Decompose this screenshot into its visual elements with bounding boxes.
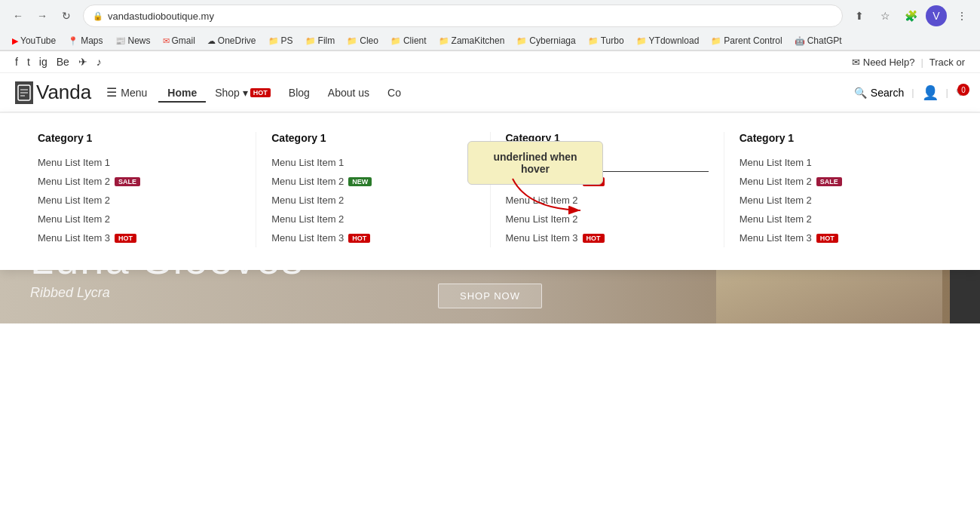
back-button[interactable]: ← bbox=[8, 5, 29, 26]
item-label: Menu List Item 3 bbox=[740, 232, 812, 244]
menu-label: Menu bbox=[121, 87, 147, 99]
item-label: Menu List Item 2 bbox=[271, 195, 344, 206]
bookmark-cyberniaga-label: Cyberniaga bbox=[529, 35, 575, 46]
list-item[interactable]: Menu List Item 2 bbox=[271, 191, 474, 210]
bookmark-onedrive[interactable]: ☁ OneDrive bbox=[203, 34, 261, 48]
bookmark-news-label: News bbox=[128, 35, 151, 46]
list-item[interactable]: Menu List Item 3 HOT bbox=[740, 228, 942, 247]
list-item[interactable]: Menu List Item 2 bbox=[38, 191, 240, 210]
share-icon[interactable]: ⬆ bbox=[849, 5, 870, 26]
ps-icon: 📁 bbox=[268, 36, 279, 46]
help-link[interactable]: ✉ Need Help? bbox=[852, 57, 915, 68]
extensions-icon[interactable]: 🧩 bbox=[900, 5, 921, 26]
nav-link-shop[interactable]: Shop ▾ HOT bbox=[206, 83, 280, 103]
item-label: Menu List Item 3 bbox=[271, 232, 344, 244]
telegram-icon[interactable]: ✈ bbox=[78, 56, 87, 68]
address-bar[interactable]: 🔒 vandastudioboutique.my bbox=[83, 5, 843, 27]
shop-now-button[interactable]: SHOP NOW bbox=[438, 284, 542, 308]
turbo-icon: 📁 bbox=[588, 36, 599, 46]
bookmark-youtube[interactable]: ▶ YouTube bbox=[8, 34, 60, 48]
list-item[interactable]: Menu List Item 2 bbox=[740, 210, 942, 228]
nav-link-co[interactable]: Co bbox=[378, 83, 410, 103]
item-label: Menu List Item 3 bbox=[38, 232, 110, 244]
bookmark-chatgpt[interactable]: 🤖 ChatGPt bbox=[790, 34, 847, 48]
logo-area[interactable]: Vanda bbox=[15, 81, 91, 104]
bookmark-cyberniaga[interactable]: 📁 Cyberniaga bbox=[512, 34, 580, 48]
callout-tooltip: underlined when hover bbox=[467, 141, 603, 185]
item-label: Menu List Item 2 bbox=[38, 176, 110, 187]
bookmark-gmail-label: Gmail bbox=[172, 35, 195, 46]
list-item[interactable]: Menu List Item 3 HOT bbox=[271, 228, 474, 247]
tiktok-icon[interactable]: ♪ bbox=[96, 56, 102, 68]
nav-divider1: | bbox=[911, 87, 914, 98]
bookmark-cleo[interactable]: 📁 Cleo bbox=[342, 34, 383, 48]
bookmark-zamakitchen[interactable]: 📁 ZamaKitchen bbox=[434, 34, 510, 48]
list-item[interactable]: Menu List Item 2 bbox=[38, 210, 240, 228]
menu-toggle[interactable]: ☰ Menu bbox=[106, 85, 147, 100]
list-item[interactable]: Menu List Item 3 HOT bbox=[38, 228, 240, 247]
new-badge: NEW bbox=[348, 177, 372, 186]
profile-icon[interactable]: V bbox=[926, 5, 947, 26]
logo-text: Vanda bbox=[36, 81, 91, 104]
callout-text: underlined when hover bbox=[493, 151, 577, 175]
wishlist-area[interactable]: ♡ 0 bbox=[956, 87, 965, 98]
list-item[interactable]: Menu List Item 1 bbox=[38, 153, 240, 172]
item-label: Menu List Item 2 bbox=[740, 176, 812, 187]
nav-link-blog[interactable]: Blog bbox=[280, 83, 319, 103]
nav-divider2: | bbox=[946, 87, 948, 98]
list-item[interactable]: Menu List Item 2 NEW bbox=[271, 172, 474, 191]
ytdownload-icon: 📁 bbox=[636, 36, 647, 46]
list-item[interactable]: Menu List Item 1 bbox=[271, 153, 474, 172]
item-label: Menu List Item 2 bbox=[38, 213, 110, 225]
url-text: vandastudioboutique.my bbox=[108, 11, 214, 22]
item-label: Menu List Item 1 bbox=[740, 157, 812, 168]
bookmark-client[interactable]: 📁 Client bbox=[386, 34, 431, 48]
list-item[interactable]: Menu List Item 3 HOT bbox=[506, 228, 709, 247]
browser-nav: ← → ↻ bbox=[8, 5, 77, 26]
hamburger-icon: ☰ bbox=[106, 85, 117, 100]
list-item[interactable]: Menu List Item 2 bbox=[506, 191, 709, 210]
bookmark-turbo-label: Turbo bbox=[601, 35, 624, 46]
nav-link-aboutus[interactable]: About us bbox=[319, 83, 378, 103]
refresh-button[interactable]: ↻ bbox=[56, 5, 77, 26]
bookmark-film[interactable]: 📁 Film bbox=[301, 34, 340, 48]
list-item[interactable]: Menu List Item 2 SALE bbox=[38, 172, 240, 191]
list-item[interactable]: Menu List Item 2 bbox=[740, 191, 942, 210]
facebook-icon[interactable]: f bbox=[15, 56, 18, 68]
email-icon: ✉ bbox=[852, 57, 860, 68]
menu-icon[interactable]: ⋮ bbox=[951, 5, 972, 26]
bookmark-maps[interactable]: 📍 Maps bbox=[63, 34, 107, 48]
youtube-icon: ▶ bbox=[12, 36, 18, 46]
hot-badge: HOT bbox=[115, 234, 136, 243]
bookmark-parentcontrol[interactable]: 📁 Parent Control bbox=[706, 34, 786, 48]
social-icons: f t ig Be ✈ ♪ bbox=[15, 56, 102, 68]
bookmark-ytdownload[interactable]: 📁 YTdownload bbox=[632, 34, 704, 48]
bookmark-turbo[interactable]: 📁 Turbo bbox=[583, 34, 629, 48]
lock-icon: 🔒 bbox=[93, 11, 103, 21]
bookmark-gmail[interactable]: ✉ Gmail bbox=[158, 34, 200, 48]
instagram-icon[interactable]: ig bbox=[39, 56, 47, 68]
bookmark-parentcontrol-label: Parent Control bbox=[724, 35, 782, 46]
bookmark-ps-label: PS bbox=[281, 35, 293, 46]
search-area[interactable]: 🔍 Search bbox=[854, 87, 904, 99]
nav-link-home[interactable]: Home bbox=[158, 83, 206, 103]
client-icon: 📁 bbox=[390, 36, 401, 46]
twitter-icon[interactable]: t bbox=[27, 56, 30, 68]
logo-icon bbox=[15, 81, 33, 104]
onedrive-icon: ☁ bbox=[207, 36, 216, 46]
list-item[interactable]: Menu List Item 2 bbox=[506, 210, 709, 228]
bookmark-ps[interactable]: 📁 PS bbox=[264, 34, 298, 48]
behance-icon[interactable]: Be bbox=[57, 56, 69, 68]
item-label: Menu List Item 2 bbox=[506, 213, 578, 225]
bookmark-ytdownload-label: YTdownload bbox=[649, 35, 700, 46]
list-item[interactable]: Menu List Item 1 bbox=[740, 153, 942, 172]
list-item[interactable]: Menu List Item 2 bbox=[271, 210, 474, 228]
forward-button[interactable]: → bbox=[32, 5, 53, 26]
cyberniaga-icon: 📁 bbox=[516, 36, 527, 46]
user-icon[interactable]: 👤 bbox=[922, 84, 939, 101]
list-item[interactable]: Menu List Item 2 SALE bbox=[740, 172, 942, 191]
top-bar-right: ✉ Need Help? | Track or bbox=[852, 57, 965, 68]
star-icon[interactable]: ☆ bbox=[874, 5, 896, 26]
track-link[interactable]: Track or bbox=[929, 57, 965, 68]
bookmark-news[interactable]: 📰 News bbox=[111, 34, 155, 48]
